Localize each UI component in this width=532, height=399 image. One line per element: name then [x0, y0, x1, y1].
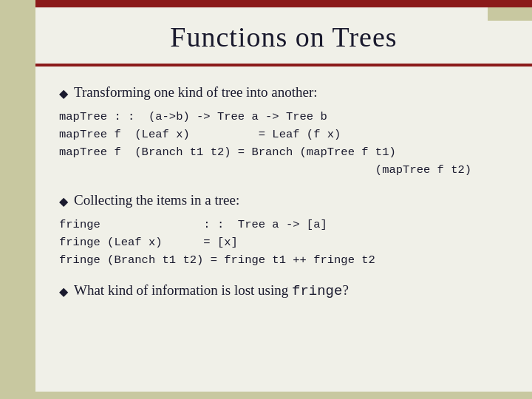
code-block-maptree: mapTree : : (a->b) -> Tree a -> Tree b m… — [59, 108, 517, 179]
bullet-diamond-2: ◆ — [59, 194, 68, 208]
bottom-bar — [35, 392, 532, 399]
main-content: ◆ Transforming one kind of tree into ano… — [59, 69, 517, 392]
code-line-maptree-1: mapTree : : (a->b) -> Tree a -> Tree b — [59, 108, 517, 126]
question-inline-code: fringe — [292, 283, 342, 299]
question-text-after: ? — [342, 282, 348, 298]
title-section: Functions on Trees — [35, 7, 532, 66]
bullet-question: ◆ What kind of information is lost using… — [59, 282, 517, 299]
bullet-collecting: ◆ Collecting the items in a tree: — [59, 192, 517, 208]
question-text-before: What kind of information is lost using — [74, 282, 292, 298]
bullet-transforming: ◆ Transforming one kind of tree into ano… — [59, 84, 517, 100]
collecting-text: Collecting the items in a tree: — [74, 192, 239, 208]
code-line-maptree-3: mapTree f (Branch t1 t2) = Branch (mapTr… — [59, 143, 517, 161]
transforming-text: Transforming one kind of tree into anoth… — [74, 84, 318, 100]
top-bar — [35, 0, 532, 7]
code-line-fringe-3: fringe (Branch t1 t2) = fringe t1 ++ fri… — [59, 251, 517, 269]
bullet-diamond-1: ◆ — [59, 86, 68, 100]
code-line-maptree-2: mapTree f (Leaf x) = Leaf (f x) — [59, 126, 517, 143]
code-line-fringe-1: fringe : : Tree a -> [a] — [59, 216, 517, 233]
left-stripe — [0, 0, 35, 399]
code-line-maptree-4: (mapTree f t2) — [59, 161, 517, 179]
section-transforming: ◆ Transforming one kind of tree into ano… — [59, 84, 517, 179]
code-block-fringe: fringe : : Tree a -> [a] fringe (Leaf x)… — [59, 216, 517, 269]
right-top-accent — [488, 7, 532, 21]
bullet-diamond-3: ◆ — [59, 284, 68, 299]
page-title: Functions on Trees — [170, 21, 397, 53]
section-collecting: ◆ Collecting the items in a tree: fringe… — [59, 192, 517, 269]
title-underline — [35, 64, 532, 66]
section-question: ◆ What kind of information is lost using… — [59, 282, 517, 299]
code-line-fringe-2: fringe (Leaf x) = [x] — [59, 233, 517, 251]
question-text: What kind of information is lost using f… — [74, 282, 349, 299]
